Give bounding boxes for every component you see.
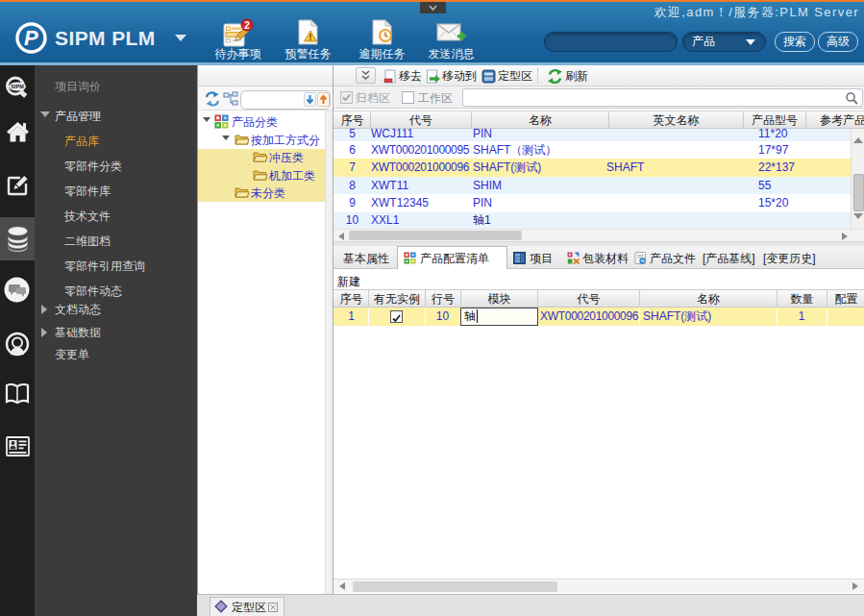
- svg-text:P: P: [24, 26, 38, 50]
- svg-text:SIPM: SIPM: [11, 84, 24, 89]
- svg-text:2: 2: [244, 20, 250, 31]
